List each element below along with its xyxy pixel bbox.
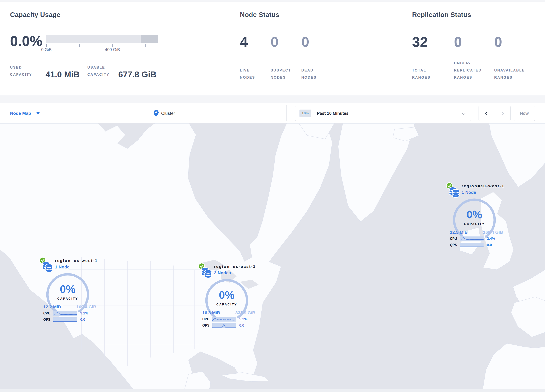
region-node-count[interactable]: 2 Nodes [214,271,231,275]
qps-sparkline [460,243,483,247]
map-pin-icon [154,110,159,117]
used-capacity-label: USED CAPACITY [10,64,46,79]
region-name: region=us-west-1 [55,258,98,263]
cpu-sparkline [53,311,77,316]
map-footer-strip [0,389,545,392]
chevron-right-icon [500,112,504,115]
database-stack-icon [449,186,460,199]
chevron-left-icon [485,112,489,115]
region-usable-capacity: 169.4 GiB [76,305,96,309]
time-step-forward-button[interactable] [495,106,511,121]
view-selector-dropdown[interactable]: Node Map [10,103,40,123]
capacity-percent: 0.0% [10,35,46,52]
now-button[interactable]: Now [514,106,535,121]
node-map: region=us-west-1 1 Node 0% CAPACITY 12.2… [0,123,545,392]
unavailable-label: UNAVAILABLE RANGES [494,67,542,81]
under-replicated-label: UNDER-REPLICATED RANGES [454,60,494,81]
live-nodes-label: LIVE NODES [240,67,271,81]
region-capacity-label: CAPACITY [204,303,250,306]
map-toolbar: Node Map Cluster 10m Past 10 Minutes Now [0,103,545,123]
breadcrumb[interactable]: Cluster [154,103,175,123]
capacity-axis [46,43,158,47]
region-marker-eu-west-1[interactable]: region=eu-west-1 1 Node 0% CAPACITY 12.5… [446,182,508,251]
cpu-label: CPU [446,237,460,241]
under-replicated-count: 0 [454,34,494,49]
dead-nodes-label: DEAD NODES [301,67,332,81]
region-usable-capacity: 338.9 GiB [235,310,255,315]
caret-down-icon [36,112,40,114]
time-range-select[interactable]: 10m Past 10 Minutes [295,106,471,121]
region-capacity-percent: 0% [451,209,497,220]
region-node-count[interactable]: 1 Node [462,190,476,195]
region-marker-us-west-1[interactable]: region=us-west-1 1 Node 0% CAPACITY 12.2… [39,257,102,326]
database-stack-icon [42,261,53,273]
region-capacity-label: CAPACITY [451,222,497,226]
qps-sparkline [53,317,77,322]
used-capacity-value: 41.0 MiB [46,70,87,79]
total-ranges-label: TOTAL RANGES [412,67,454,81]
breadcrumb-cluster: Cluster [161,111,175,116]
suspect-nodes-label: SUSPECT NODES [271,67,301,81]
region-capacity-percent: 0% [45,284,91,295]
cpu-value: 2.4% [487,237,495,241]
replication-status-title: Replication Status [412,11,542,19]
time-step-controls [478,106,511,121]
region-used-capacity: 12.2 MiB [43,305,61,309]
database-stack-icon [201,267,212,279]
capacity-usage-title: Capacity Usage [10,11,227,19]
region-name: region=eu-west-1 [462,184,504,188]
chevron-down-icon [462,112,466,115]
unavailable-count: 0 [494,34,542,49]
region-usable-capacity: 169.4 GiB [483,230,503,235]
cpu-sparkline [212,317,236,322]
region-used-capacity: 12.5 MiB [450,230,468,235]
usable-capacity-label: USABLE CAPACITY [87,64,118,79]
axis-label-0gib: 0 GiB [41,47,52,52]
suspect-nodes-count: 0 [271,34,301,49]
cluster-overview-panel: Capacity Usage 0.0% 0 GiB 400 GiB [0,2,545,95]
cpu-value: 5.2% [239,317,248,321]
toolbar-divider [286,105,286,121]
cpu-label: CPU [40,311,53,315]
qps-sparkline [212,323,236,328]
cpu-label: CPU [199,317,212,321]
region-node-count[interactable]: 1 Node [55,265,70,269]
qps-label: QPS [199,324,212,327]
qps-value: 0.0 [80,317,85,322]
cpu-value: 3.2% [80,311,88,316]
total-ranges-count: 32 [412,34,454,49]
time-step-back-button[interactable] [479,106,495,121]
node-status-section: Node Status 4 0 0 LIVE NODES SUSPECT NOD… [240,11,386,81]
region-used-capacity: 16.3 MiB [202,310,220,315]
qps-value: 0.0 [487,243,492,247]
region-capacity-percent: 0% [204,289,250,301]
axis-label-400gib: 400 GiB [105,47,120,52]
capacity-bar-track [46,35,158,43]
region-name: region=us-east-1 [214,264,256,269]
node-status-title: Node Status [240,11,386,19]
now-button-label: Now [520,111,529,116]
time-range-badge: 10m [299,110,311,117]
qps-label: QPS [446,243,460,247]
region-capacity-label: CAPACITY [45,297,91,300]
capacity-usage-section: Capacity Usage 0.0% 0 GiB 400 GiB [10,11,227,79]
qps-label: QPS [40,318,53,322]
dead-nodes-count: 0 [301,34,332,49]
cpu-sparkline [460,236,483,241]
view-selector-label: Node Map [10,111,31,116]
region-marker-us-east-1[interactable]: region=us-east-1 2 Nodes 0% CAPACITY 16.… [198,263,261,332]
replication-status-section: Replication Status 32 0 0 TOTAL RANGES U… [412,11,542,81]
usable-capacity-value: 677.8 GiB [118,70,164,79]
capacity-bar-reserved [141,35,158,43]
qps-value: 0.0 [239,324,244,328]
capacity-bar: 0 GiB 400 GiB [46,35,158,52]
time-range-value: Past 10 Minutes [317,111,349,116]
live-nodes-count: 4 [240,34,271,49]
